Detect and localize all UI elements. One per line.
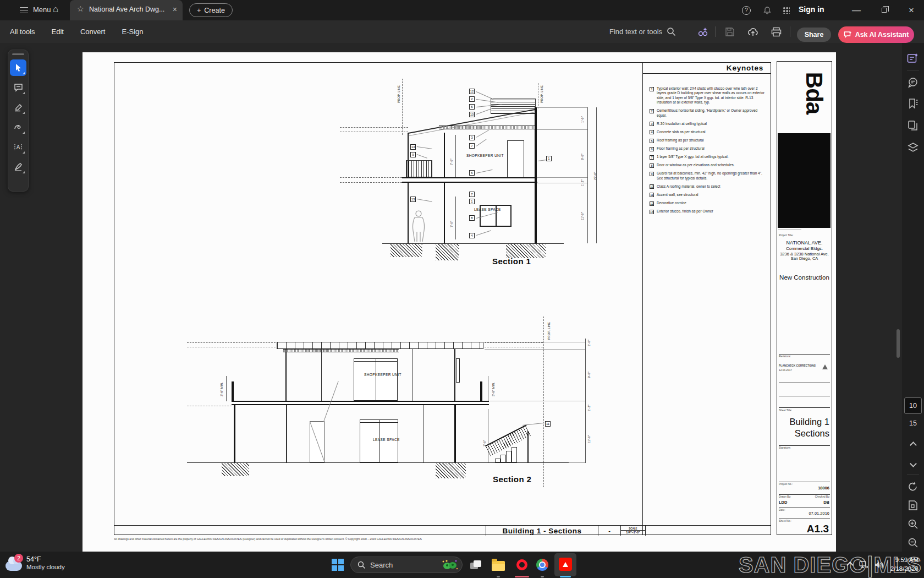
speaker-icon[interactable]	[875, 561, 884, 569]
document-tab[interactable]: ☆ National Ave Arch Dwg... ×	[70, 0, 183, 20]
layers-icon	[908, 142, 919, 153]
ai-tools-button[interactable]	[696, 25, 710, 39]
share-button[interactable]: Share	[797, 28, 831, 42]
apps-grid-button[interactable]	[777, 0, 795, 20]
vertical-scrollbar-thumb[interactable]	[897, 329, 900, 358]
footing-hatch	[391, 244, 422, 257]
task-view-button[interactable]	[469, 558, 483, 572]
toolbar-menu-item[interactable]: E-Sign	[122, 28, 143, 36]
parapet-cornice	[491, 99, 536, 114]
upload-cloud-button[interactable]	[746, 25, 760, 39]
weather-widget[interactable]: 2 54°F Mostly cloudy	[6, 554, 65, 571]
plus-icon: +	[197, 7, 201, 14]
keynote-marker: 2	[469, 96, 475, 102]
chrome-button[interactable]	[535, 558, 549, 572]
toolbar-menu-item[interactable]: Convert	[80, 28, 106, 36]
unit-label: LEASE SPACE	[474, 208, 501, 211]
print-button[interactable]	[769, 25, 783, 39]
keynote-number: 1	[650, 87, 654, 91]
keynote-marker: 13	[410, 144, 416, 150]
chevron-up-icon	[910, 441, 917, 449]
sign-tool-button[interactable]	[10, 159, 26, 175]
acrobat-button[interactable]	[554, 553, 576, 576]
ask-ai-label: Ask AI Assistant	[855, 31, 909, 39]
star-icon[interactable]: ☆	[77, 4, 84, 13]
sheet-footer-title: Building 1 - Sections	[486, 526, 598, 536]
cursor-icon	[14, 63, 23, 72]
taskbar-search[interactable]: Search	[350, 557, 463, 573]
checked-by-label: Checked By:	[815, 495, 830, 498]
keynote-text: Door or window as per elevations and sch…	[657, 163, 735, 168]
ai-assistant-panel-button[interactable]	[906, 52, 920, 65]
clock[interactable]: 9:59 AM 2/18/2026	[890, 556, 919, 573]
revision-entry: PLANCHECK CORRECTIONS	[779, 364, 816, 367]
total-pages: 15	[904, 419, 922, 427]
sheet-no-label: Sheet No.:	[779, 520, 791, 522]
keynote-text: Class A roofing material, owner to selec…	[657, 184, 721, 189]
unit-label: SHOPKEEPER UNIT	[364, 373, 402, 377]
fit-page-button[interactable]	[906, 499, 920, 512]
find-text-control[interactable]: Find text or tools	[609, 20, 676, 43]
bookmarks-panel-button[interactable]	[906, 97, 920, 110]
home-icon[interactable]: ⌂	[53, 4, 58, 15]
help-button[interactable]: ?	[737, 0, 756, 20]
comments-panel-button[interactable]	[906, 76, 920, 89]
sheet-number: A1.3	[807, 523, 829, 535]
keynote-number: 3	[650, 122, 654, 126]
menu-button[interactable]: Menu	[33, 6, 51, 14]
quick-tools-palette: A	[8, 50, 29, 192]
close-tab-icon[interactable]: ×	[173, 5, 177, 14]
weather-icon-wrap: 2	[6, 554, 22, 571]
opera-button[interactable]	[515, 558, 529, 572]
highlighter-tool-button[interactable]	[10, 99, 26, 116]
checked-by: DB	[823, 500, 829, 505]
dashed-level-line	[485, 347, 543, 347]
draw-tool-button[interactable]	[10, 119, 26, 135]
file-explorer-button[interactable]	[491, 558, 505, 572]
keynote-number: 8	[650, 163, 654, 168]
previous-page-button[interactable]	[906, 438, 920, 451]
tray-chevron-up-icon[interactable]	[846, 561, 854, 569]
close-window-button[interactable]: ×	[902, 0, 921, 20]
tray-device-icon[interactable]	[859, 561, 868, 569]
page-thumbnails-button[interactable]	[906, 119, 920, 132]
scale-value: 1/4"=1'-0"	[626, 531, 640, 535]
restore-button[interactable]	[875, 0, 893, 20]
toolbar-menu-item[interactable]: Edit	[52, 28, 64, 36]
keynote-marker: 5	[469, 104, 475, 110]
current-page-input[interactable]: 10	[904, 397, 922, 414]
palette-drag-handle[interactable]	[12, 53, 24, 55]
document-viewport[interactable]: SHOPKEEPER UNIT LEASE SPACE 122510371391…	[0, 43, 924, 552]
search-icon	[667, 27, 676, 36]
start-button[interactable]	[332, 559, 344, 571]
tab-title: National Ave Arch Dwg...	[89, 6, 164, 13]
comment-tool-button[interactable]	[10, 79, 26, 96]
keynote-text: Guard rail at balconies, min. 42" high, …	[657, 171, 767, 181]
narrow-window	[456, 358, 460, 383]
dim-extension	[485, 349, 585, 350]
keynote-item: 3 R-30 insulation at ceiling typical	[650, 122, 767, 127]
start-logo-pane	[332, 559, 337, 564]
dim-line	[585, 339, 586, 463]
layers-panel-button[interactable]	[906, 141, 920, 154]
toolbar-menu-item[interactable]: All tools	[10, 28, 35, 36]
ask-ai-assistant-button[interactable]: Ask AI Assistant	[838, 26, 914, 43]
zoom-out-button[interactable]	[906, 536, 920, 549]
zoom-in-button[interactable]	[906, 517, 920, 531]
zoom-in-icon	[908, 519, 919, 530]
footing-hatch	[436, 244, 459, 260]
next-page-button[interactable]	[906, 457, 920, 470]
minimize-button[interactable]: —	[847, 0, 866, 20]
rail-divider	[907, 70, 919, 70]
select-tool-button[interactable]	[10, 59, 26, 76]
notifications-button[interactable]	[758, 0, 777, 20]
clock-time: 9:59 AM	[890, 556, 919, 565]
sign-in-button[interactable]: Sign in	[799, 5, 824, 14]
text-select-tool-button[interactable]: A	[10, 139, 26, 155]
rotate-page-button[interactable]	[906, 480, 920, 493]
create-button[interactable]: + Create	[189, 3, 233, 17]
keynote-item: 11 Accent wall, see structural	[650, 193, 767, 198]
guard-rail	[406, 160, 432, 177]
hamburger-menu-icon[interactable]	[20, 7, 28, 13]
stair-step	[501, 455, 506, 462]
